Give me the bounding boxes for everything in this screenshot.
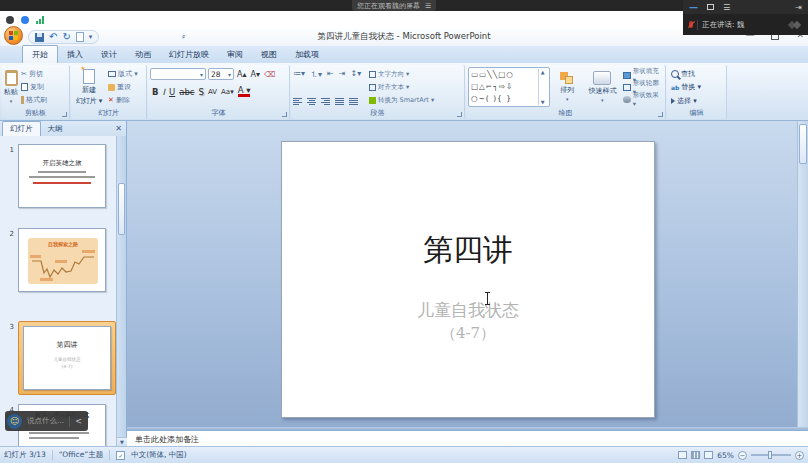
- align-center-button[interactable]: [307, 98, 316, 105]
- replace-button[interactable]: ab替换 ▾: [671, 81, 724, 94]
- panel-collapse-icon[interactable]: ⇥: [795, 3, 802, 12]
- convert-smartart-button[interactable]: 转换为 SmartArt ▾: [369, 94, 462, 106]
- find-button[interactable]: 查找: [671, 67, 724, 80]
- shapes-gallery-scroll[interactable]: ▲ ▼: [538, 69, 547, 105]
- drawing-dialog-launcher[interactable]: [658, 112, 663, 117]
- slide-subtitle[interactable]: 儿童自我状态: [282, 299, 654, 322]
- slide-sorter-view-button[interactable]: [691, 451, 700, 459]
- main-scrollbar[interactable]: [797, 121, 808, 429]
- tab-design[interactable]: 设计: [92, 46, 126, 63]
- mic-muted-icon[interactable]: [689, 21, 693, 28]
- tab-home[interactable]: 开始: [22, 45, 58, 63]
- layout-button[interactable]: 版式 ▾: [108, 68, 138, 81]
- new-document-button[interactable]: [76, 32, 84, 42]
- numbering-button[interactable]: ⒈▾: [310, 69, 322, 80]
- tab-view[interactable]: 视图: [252, 46, 286, 63]
- zoom-out-button[interactable]: −: [738, 451, 747, 460]
- paragraph-dialog-launcher[interactable]: [457, 112, 462, 117]
- text-direction-button[interactable]: 文字方向 ▾: [369, 68, 462, 80]
- shapes-gallery[interactable]: ▭▭╲╲□○ □△⌐┐⇨⇩ ○~( ){ } ▲ ▼: [468, 67, 550, 107]
- tab-slideshow[interactable]: 幻灯片放映: [160, 46, 218, 63]
- clipboard-dialog-launcher[interactable]: [62, 112, 67, 117]
- chat-input[interactable]: 说点什么...: [27, 416, 64, 426]
- chat-collapse-icon[interactable]: <: [75, 417, 82, 426]
- align-right-button[interactable]: [321, 98, 330, 105]
- cut-button[interactable]: ✂剪切: [21, 68, 47, 81]
- zoom-slider[interactable]: [751, 454, 791, 456]
- decrease-indent-button[interactable]: ⇤: [327, 69, 334, 80]
- slideshow-view-button[interactable]: [704, 451, 713, 459]
- change-case-button[interactable]: Aa▾: [221, 88, 234, 96]
- line-spacing-button[interactable]: ↕▾: [350, 69, 361, 80]
- normal-view-button[interactable]: [678, 451, 687, 459]
- panel-window-icon[interactable]: [707, 4, 714, 10]
- qat-dropdown-icon[interactable]: ▾: [89, 33, 93, 41]
- font-name-combo[interactable]: ▾: [150, 68, 206, 80]
- font-size-combo[interactable]: 28▾: [208, 68, 234, 80]
- font-dialog-launcher[interactable]: [282, 112, 287, 117]
- slide-thumbnail-2[interactable]: 自我探索之路: [18, 228, 106, 292]
- undo-button[interactable]: ↶: [49, 32, 57, 42]
- paste-button[interactable]: 粘贴 ▾: [4, 67, 18, 107]
- main-scroll-thumb[interactable]: [799, 124, 807, 164]
- reset-button[interactable]: 重设: [108, 81, 138, 94]
- columns-button[interactable]: [349, 98, 358, 105]
- font-color-button[interactable]: A ▾: [238, 86, 251, 97]
- notes-pane[interactable]: 单击此处添加备注: [127, 430, 808, 446]
- align-text-button[interactable]: 对齐文本 ▾: [369, 81, 462, 93]
- bullets-button[interactable]: ≔▾: [293, 69, 305, 80]
- new-slide-button[interactable]: 新建 幻灯片 ▾: [73, 67, 105, 107]
- panel-minimize-icon[interactable]: —: [689, 2, 698, 12]
- strikethrough-button[interactable]: abc: [179, 87, 194, 97]
- slide-thumbnail-3[interactable]: 第四讲 儿童自我状态 (4-7): [23, 326, 111, 390]
- grow-font-button[interactable]: A▴: [236, 70, 248, 79]
- bold-button[interactable]: B: [152, 87, 158, 97]
- shape-row-3[interactable]: ○~( ){ }: [471, 93, 538, 105]
- tab-outline[interactable]: 大纲: [41, 122, 70, 136]
- office-button[interactable]: [4, 26, 23, 45]
- slide-canvas[interactable]: 第四讲 儿童自我状态 （4-7）: [281, 141, 655, 418]
- spellcheck-icon[interactable]: ✓: [116, 451, 125, 460]
- qat-customize-icon[interactable]: ⸗: [182, 31, 185, 41]
- shape-row-1[interactable]: ▭▭╲╲□○: [471, 69, 538, 81]
- panel-close-icon[interactable]: ✕: [115, 124, 122, 133]
- language-indicator[interactable]: 中文(简体, 中国): [131, 450, 187, 460]
- tab-review[interactable]: 审阅: [218, 46, 252, 63]
- tab-slides-thumbnails[interactable]: 幻灯片: [2, 121, 41, 136]
- shape-row-2[interactable]: □△⌐┐⇨⇩: [471, 81, 538, 93]
- shapes-scroll-down-icon[interactable]: ▼: [541, 99, 545, 105]
- shrink-font-button[interactable]: A▾: [250, 70, 262, 79]
- slide-thumbnail-1[interactable]: 开启英雄之旅: [18, 144, 106, 208]
- arrange-button[interactable]: 排列 ▾: [553, 67, 582, 107]
- copy-button[interactable]: 复制: [21, 81, 47, 94]
- increase-indent-button[interactable]: ⇥: [339, 69, 346, 80]
- panel-list-icon[interactable]: ☰: [723, 3, 730, 12]
- quick-styles-button[interactable]: 快速样式 ▾: [585, 67, 620, 107]
- clear-formatting-button[interactable]: ⌫: [263, 70, 276, 79]
- zoom-level[interactable]: 65%: [717, 451, 734, 460]
- redo-button[interactable]: ↻: [62, 32, 70, 42]
- slides-panel-scrollbar[interactable]: ▼: [116, 136, 126, 446]
- tab-insert[interactable]: 插入: [58, 46, 92, 63]
- format-painter-button[interactable]: 格式刷: [21, 93, 47, 106]
- shape-effects-button[interactable]: 形状效果 ▾: [623, 93, 663, 105]
- select-button[interactable]: 选择 ▾: [671, 94, 724, 107]
- slides-panel-scroll-thumb[interactable]: [118, 183, 125, 235]
- delete-button[interactable]: ✕删除: [108, 93, 138, 106]
- text-shadow-button[interactable]: S: [199, 87, 204, 97]
- slides-panel-scroll-down-button[interactable]: ▼: [117, 437, 127, 446]
- slide-title[interactable]: 第四讲: [282, 230, 654, 271]
- tab-animations[interactable]: 动画: [126, 46, 160, 63]
- save-button[interactable]: [35, 33, 44, 42]
- zoom-slider-knob[interactable]: [768, 451, 772, 459]
- italic-button[interactable]: I: [162, 87, 165, 97]
- slide-range[interactable]: （4-7）: [282, 324, 654, 343]
- screen-share-banner[interactable]: 您正在观看魏的屏幕 ☰: [352, 0, 436, 11]
- character-spacing-button[interactable]: AV: [208, 88, 217, 96]
- zoom-in-button[interactable]: +: [795, 451, 804, 460]
- tab-addins[interactable]: 加载项: [286, 46, 328, 63]
- justify-button[interactable]: [335, 98, 344, 105]
- align-left-button[interactable]: [293, 98, 302, 105]
- shapes-scroll-up-icon[interactable]: ▲: [541, 69, 545, 75]
- underline-button[interactable]: U: [169, 87, 175, 97]
